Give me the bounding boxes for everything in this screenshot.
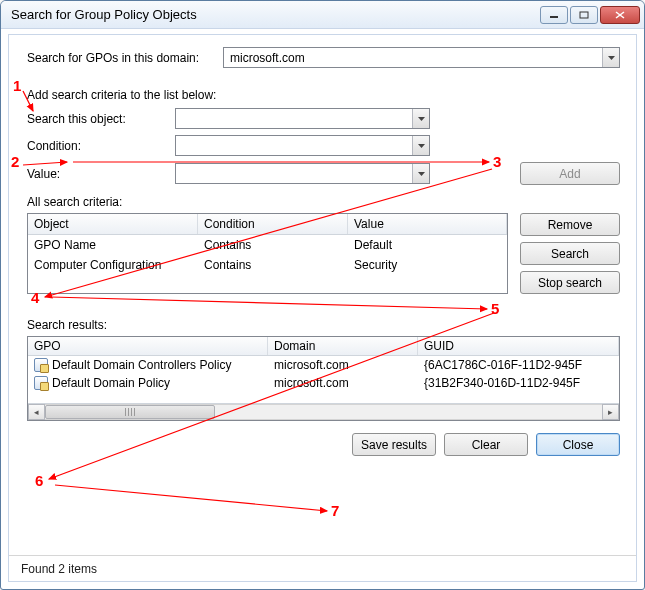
value-label: Value: (27, 167, 175, 181)
criteria-area: Object Condition Value GPO Name Contains… (27, 213, 620, 294)
criteria-row[interactable]: GPO Name Contains Default (28, 235, 507, 255)
criteria-value: Default (348, 235, 507, 255)
close-window-button[interactable] (600, 6, 640, 24)
stop-search-button[interactable]: Stop search (520, 271, 620, 294)
domain-value: microsoft.com (224, 51, 602, 65)
titlebar: Search for Group Policy Objects (1, 1, 644, 29)
svg-rect-0 (550, 16, 558, 18)
client-area: Search for GPOs in this domain: microsof… (8, 34, 637, 582)
chevron-down-icon (602, 48, 619, 67)
dialog-window: Search for Group Policy Objects Search f… (0, 0, 645, 590)
gpo-icon (34, 358, 48, 372)
scroll-left-arrow-icon[interactable]: ◂ (28, 404, 45, 420)
dialog-body: Search for GPOs in this domain: microsof… (9, 35, 636, 555)
search-object-combo[interactable] (175, 108, 430, 129)
search-button[interactable]: Search (520, 242, 620, 265)
status-bar: Found 2 items (9, 555, 636, 581)
annotation-num: 6 (35, 472, 43, 489)
search-object-label: Search this object: (27, 112, 175, 126)
criteria-object: Computer Configuration (28, 255, 198, 275)
save-results-button[interactable]: Save results (352, 433, 436, 456)
results-domain: microsoft.com (268, 374, 418, 392)
chevron-down-icon (412, 164, 429, 183)
annotation-num: 7 (331, 502, 339, 519)
minimize-button[interactable] (540, 6, 568, 24)
criteria-table: Object Condition Value GPO Name Contains… (27, 213, 508, 294)
results-header: GPO Domain GUID (28, 337, 619, 356)
results-guid: {6AC1786C-016F-11D2-945F (418, 356, 619, 374)
criteria-prompt-label: Add search criteria to the list below: (27, 88, 620, 102)
domain-label: Search for GPOs in this domain: (27, 51, 217, 65)
condition-label: Condition: (27, 139, 175, 153)
condition-combo[interactable] (175, 135, 430, 156)
criteria-header-condition[interactable]: Condition (198, 214, 348, 234)
criteria-value: Security (348, 255, 507, 275)
bottom-buttons: Save results Clear Close (27, 433, 620, 456)
results-guid: {31B2F340-016D-11D2-945F (418, 374, 619, 392)
criteria-row[interactable]: Computer Configuration Contains Security (28, 255, 507, 275)
results-row[interactable]: Default Domain Policy microsoft.com {31B… (28, 374, 619, 392)
criteria-object: GPO Name (28, 235, 198, 255)
status-text: Found 2 items (21, 562, 97, 576)
results-header-domain[interactable]: Domain (268, 337, 418, 355)
condition-row: Condition: (27, 135, 620, 156)
annotation-num: 1 (13, 77, 21, 94)
criteria-header-object[interactable]: Object (28, 214, 198, 234)
results-header-guid[interactable]: GUID (418, 337, 619, 355)
gpo-icon (34, 376, 48, 390)
all-criteria-label: All search criteria: (27, 195, 620, 209)
search-object-row: Search this object: (27, 108, 620, 129)
close-button[interactable]: Close (536, 433, 620, 456)
scroll-right-arrow-icon[interactable]: ▸ (602, 404, 619, 420)
results-header-gpo[interactable]: GPO (28, 337, 268, 355)
horizontal-scrollbar[interactable]: ◂ ▸ (28, 403, 619, 420)
criteria-condition: Contains (198, 235, 348, 255)
scroll-track[interactable] (45, 404, 602, 420)
results-gpo-name: Default Domain Policy (52, 376, 170, 390)
results-gpo-name: Default Domain Controllers Policy (52, 358, 231, 372)
criteria-condition: Contains (198, 255, 348, 275)
scroll-thumb[interactable] (45, 405, 215, 419)
criteria-header: Object Condition Value (28, 214, 507, 235)
svg-rect-1 (580, 12, 588, 18)
results-domain: microsoft.com (268, 356, 418, 374)
criteria-side-buttons: Remove Search Stop search (520, 213, 620, 294)
criteria-header-value[interactable]: Value (348, 214, 507, 234)
remove-button[interactable]: Remove (520, 213, 620, 236)
results-label: Search results: (27, 318, 620, 332)
svg-line-10 (55, 485, 327, 511)
value-row: Value: Add (27, 162, 620, 185)
domain-row: Search for GPOs in this domain: microsof… (27, 47, 620, 68)
chevron-down-icon (412, 109, 429, 128)
window-buttons (538, 6, 640, 24)
clear-button[interactable]: Clear (444, 433, 528, 456)
maximize-button[interactable] (570, 6, 598, 24)
window-title: Search for Group Policy Objects (11, 7, 538, 22)
results-table: GPO Domain GUID Default Domain Controlle… (27, 336, 620, 421)
chevron-down-icon (412, 136, 429, 155)
value-combo[interactable] (175, 163, 430, 184)
annotation-num: 2 (11, 153, 19, 170)
add-button[interactable]: Add (520, 162, 620, 185)
results-row[interactable]: Default Domain Controllers Policy micros… (28, 356, 619, 374)
domain-combo[interactable]: microsoft.com (223, 47, 620, 68)
